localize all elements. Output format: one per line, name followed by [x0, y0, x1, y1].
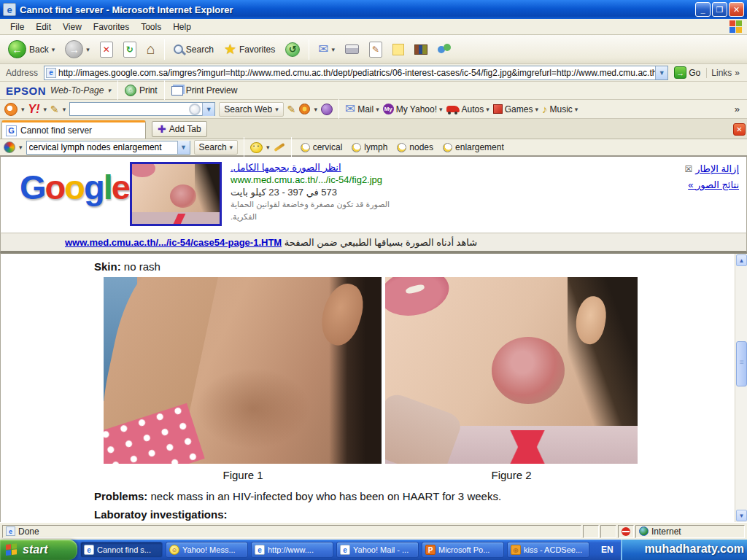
google-logo[interactable]: Google	[20, 167, 129, 207]
mail-menu-dropdown-icon[interactable]: ▾	[376, 106, 379, 113]
vertical-scrollbar[interactable]: ▲ ▼	[735, 254, 747, 522]
go-button[interactable]: → Go	[671, 66, 703, 79]
toolbar-close-button[interactable]: ✕	[733, 123, 746, 136]
forward-dropdown-icon[interactable]: ▾	[86, 46, 90, 53]
refresh-button[interactable]: ↻	[120, 39, 140, 60]
back-button[interactable]: ← Back ▾	[4, 38, 58, 61]
address-input[interactable]	[58, 67, 655, 79]
epson-print-button[interactable]: ⎙ Print	[125, 85, 158, 96]
menu-favorites[interactable]: Favorites	[88, 20, 135, 34]
overflow-chevron-icon[interactable]: »	[735, 104, 743, 114]
smiley-dropdown-icon[interactable]: ▾	[266, 144, 270, 151]
google-search-input[interactable]	[27, 142, 177, 152]
google-toolbar-icon[interactable]	[4, 141, 15, 153]
taskbar-item-powerpoint[interactable]: P Microsoft Po...	[422, 542, 504, 558]
research-button[interactable]	[411, 42, 431, 57]
restore-button[interactable]: ❐	[712, 2, 727, 17]
links-button[interactable]: Links »	[706, 68, 744, 78]
print-button[interactable]	[341, 42, 363, 56]
pencil-icon[interactable]: ✎	[50, 104, 59, 115]
scroll-down-button[interactable]: ▼	[736, 510, 747, 521]
active-tab[interactable]: G Cannot find server	[1, 120, 146, 139]
minimize-button[interactable]: _	[695, 2, 711, 17]
word-find-nodes[interactable]: nodes	[394, 141, 436, 153]
yahoo-mail-button[interactable]: ✉ Mail ▾	[345, 101, 379, 117]
favorites-button[interactable]: ★ Favorites	[220, 39, 279, 60]
autos-dropdown-icon[interactable]: ▾	[486, 106, 489, 113]
menu-help[interactable]: Help	[167, 20, 197, 34]
taskbar-item-yahoo-messenger[interactable]: ☺ Yahoo! Mess...	[166, 542, 248, 558]
search-web-button[interactable]: Search Web ▾	[219, 102, 283, 117]
discuss-button[interactable]	[389, 42, 408, 58]
taskbar-item-ie-cannot-find[interactable]: e Cannot find s...	[80, 542, 163, 558]
games-button[interactable]: Games ▾	[493, 104, 538, 114]
bullseye-dropdown-icon[interactable]: ▾	[314, 106, 317, 113]
toolbar-separator	[244, 137, 244, 158]
search-web-dropdown-icon[interactable]: ▾	[275, 106, 279, 113]
google-search-button[interactable]: Search ▾	[194, 140, 239, 155]
add-tab-button[interactable]: ✚ Add Tab	[152, 121, 207, 137]
print-preview-button[interactable]: Print Preview	[171, 85, 238, 96]
music-dropdown-icon[interactable]: ▾	[575, 106, 578, 113]
remove-frame-link[interactable]: ☒ إزالة الإطار	[685, 161, 739, 177]
image-results-link[interactable]: « نتائج الصور	[685, 177, 739, 193]
scroll-up-button[interactable]: ▲	[736, 254, 747, 266]
mail-dropdown-icon[interactable]: ▾	[332, 46, 336, 53]
menu-file[interactable]: File	[4, 20, 30, 34]
menu-tools[interactable]: Tools	[135, 20, 167, 34]
yahoo-search-dropdown-icon[interactable]: ▼	[202, 103, 214, 116]
highlight-pen-icon[interactable]: ✎	[287, 104, 296, 115]
taskbar-item-yahoo-mail[interactable]: e Yahoo! Mail - ...	[336, 542, 419, 558]
page-link[interactable]: www.med.cmu.ac.th/.../ic-54/case54-page-…	[65, 237, 282, 248]
web-to-page-menu[interactable]: Web-To-Page ▾	[50, 85, 111, 96]
word-find-icon	[443, 143, 452, 152]
address-dropdown-icon[interactable]: ▼	[655, 66, 667, 79]
taskbar-item-acdsee[interactable]: ◎ kiss - ACDSee...	[507, 542, 589, 558]
word-label: enlargement	[455, 142, 504, 152]
edit-button[interactable]: ✎	[365, 39, 386, 60]
smiley-icon[interactable]	[250, 142, 263, 153]
bullseye-icon[interactable]	[299, 104, 310, 114]
companion-dropdown-icon[interactable]: ▾	[21, 106, 25, 113]
close-button[interactable]: ✕	[729, 2, 744, 17]
history-button[interactable]: ↺	[282, 40, 303, 59]
word-find-lymph[interactable]: lymph	[349, 141, 390, 153]
google-search-box[interactable]: ▼	[26, 141, 190, 155]
menu-edit[interactable]: Edit	[30, 20, 57, 34]
globe-icon[interactable]	[321, 104, 333, 115]
my-yahoo-button[interactable]: My My Yahoo! ▾	[383, 104, 443, 114]
yahoo-search-box[interactable]: ▼	[69, 102, 215, 116]
menu-view[interactable]: View	[57, 20, 88, 34]
result-thumbnail[interactable]	[130, 162, 222, 226]
word-find-cervical[interactable]: cervical	[298, 141, 346, 153]
start-button[interactable]: start	[0, 540, 77, 560]
word-find-enlargement[interactable]: enlargement	[440, 141, 507, 153]
scrollbar-thumb[interactable]	[736, 341, 747, 386]
yahoo-search-input[interactable]	[70, 104, 189, 114]
pencil-dropdown-icon[interactable]: ▾	[63, 106, 66, 113]
home-button[interactable]: ⌂	[143, 39, 159, 60]
yahoo-logo[interactable]: Y!	[28, 103, 40, 116]
mail-button[interactable]: ✉ ▾	[314, 39, 338, 59]
view-full-size-link[interactable]: انظر الصورة بحجمها الكامل.	[231, 161, 417, 174]
address-field[interactable]: e ▼	[44, 66, 668, 80]
music-button[interactable]: ♪ Music ▾	[542, 103, 578, 115]
lab-heading: Laboratoy investigations:	[94, 508, 228, 521]
yahoo-companion-icon[interactable]	[4, 103, 18, 116]
search-button[interactable]: Search	[170, 42, 217, 57]
yahoo-dropdown-icon[interactable]: ▾	[44, 106, 47, 113]
my-yahoo-dropdown-icon[interactable]: ▾	[439, 106, 443, 113]
google-toolbar-dropdown-icon[interactable]: ▾	[19, 144, 23, 151]
highlighter-icon[interactable]	[274, 143, 285, 152]
messenger-button[interactable]	[434, 42, 454, 58]
web-to-page-dropdown-icon[interactable]: ▾	[107, 87, 111, 94]
back-dropdown-icon[interactable]: ▾	[52, 46, 55, 53]
taskbar-item-ie-http[interactable]: e http://www....	[251, 542, 333, 558]
google-search-menu-icon[interactable]: ▾	[230, 144, 233, 151]
forward-button[interactable]: → ▾	[61, 38, 93, 61]
language-indicator[interactable]: EN	[595, 542, 619, 557]
games-dropdown-icon[interactable]: ▾	[535, 106, 538, 113]
autos-button[interactable]: Autos ▾	[446, 104, 489, 114]
stop-button[interactable]: ✕	[96, 39, 117, 60]
google-search-dropdown-icon[interactable]: ▼	[177, 141, 190, 154]
